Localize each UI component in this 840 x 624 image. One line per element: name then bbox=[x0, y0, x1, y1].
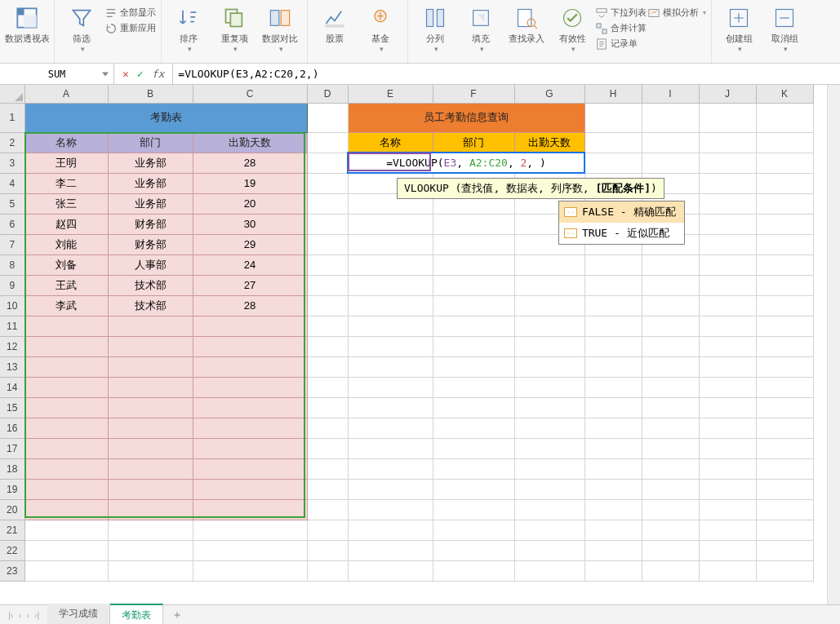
cell[interactable]: 19 bbox=[193, 173, 307, 193]
cell[interactable] bbox=[348, 377, 433, 397]
cell[interactable] bbox=[756, 520, 813, 540]
cell[interactable] bbox=[699, 560, 756, 581]
cell[interactable] bbox=[348, 458, 433, 479]
cell[interactable]: 李武 bbox=[24, 295, 108, 316]
cell[interactable] bbox=[699, 295, 756, 316]
cell[interactable] bbox=[193, 316, 307, 336]
cell[interactable] bbox=[24, 397, 108, 418]
cell[interactable] bbox=[584, 540, 642, 560]
cell[interactable] bbox=[642, 336, 699, 356]
consolidate-button[interactable]: 合并计算 bbox=[596, 22, 647, 34]
cell[interactable] bbox=[433, 540, 514, 560]
cell[interactable] bbox=[514, 418, 584, 438]
row-header[interactable]: 19 bbox=[0, 479, 24, 499]
cell[interactable] bbox=[348, 418, 433, 438]
cell[interactable] bbox=[433, 560, 514, 581]
cell[interactable] bbox=[756, 254, 813, 275]
cell[interactable] bbox=[433, 214, 514, 234]
fill-button[interactable]: 填充 bbox=[459, 3, 503, 53]
reapply-button[interactable]: 重新应用 bbox=[105, 22, 156, 34]
cell[interactable] bbox=[584, 153, 642, 173]
cell[interactable] bbox=[348, 234, 433, 254]
row-header[interactable]: 14 bbox=[0, 377, 24, 397]
cell[interactable] bbox=[514, 458, 584, 479]
cell[interactable]: 王武 bbox=[24, 275, 108, 295]
autocomplete-option[interactable]: ◦◦FALSE - 精确匹配 bbox=[559, 201, 684, 223]
row-header[interactable]: 9 bbox=[0, 275, 24, 295]
cell[interactable] bbox=[756, 438, 813, 458]
cell[interactable]: 业务部 bbox=[108, 153, 193, 173]
cell[interactable] bbox=[24, 479, 108, 499]
lookup-header[interactable]: 部门 bbox=[433, 132, 514, 153]
cell[interactable] bbox=[108, 560, 193, 581]
cell[interactable] bbox=[642, 103, 699, 132]
cell[interactable] bbox=[307, 316, 348, 336]
cell[interactable] bbox=[642, 132, 699, 153]
cell[interactable] bbox=[193, 479, 307, 499]
cell[interactable] bbox=[514, 397, 584, 418]
cell[interactable] bbox=[24, 356, 108, 377]
cell[interactable] bbox=[348, 479, 433, 499]
cell[interactable] bbox=[584, 356, 642, 377]
cell[interactable] bbox=[699, 499, 756, 520]
cell[interactable] bbox=[756, 397, 813, 418]
cell[interactable] bbox=[108, 336, 193, 356]
cell[interactable] bbox=[584, 560, 642, 581]
cell[interactable] bbox=[24, 438, 108, 458]
column-header[interactable]: I bbox=[642, 85, 699, 103]
cell[interactable] bbox=[642, 254, 699, 275]
tab-first-icon[interactable]: |‹ bbox=[8, 610, 14, 620]
row-header[interactable]: 8 bbox=[0, 254, 24, 275]
cell[interactable] bbox=[433, 234, 514, 254]
cell[interactable] bbox=[756, 234, 813, 254]
cell[interactable] bbox=[756, 316, 813, 336]
cell[interactable] bbox=[433, 438, 514, 458]
cell[interactable] bbox=[24, 499, 108, 520]
cell[interactable] bbox=[24, 560, 108, 581]
cell[interactable] bbox=[584, 438, 642, 458]
cell[interactable] bbox=[108, 418, 193, 438]
cell[interactable] bbox=[756, 132, 813, 153]
cell[interactable] bbox=[756, 418, 813, 438]
autocomplete-option[interactable]: ◦◦TRUE - 近似匹配 bbox=[559, 223, 684, 244]
cell[interactable] bbox=[514, 560, 584, 581]
cell[interactable] bbox=[756, 214, 813, 234]
column-header[interactable]: E bbox=[348, 85, 433, 103]
cell[interactable] bbox=[307, 153, 348, 173]
cell[interactable]: 赵四 bbox=[24, 214, 108, 234]
cell[interactable] bbox=[642, 275, 699, 295]
cell[interactable] bbox=[348, 560, 433, 581]
cell[interactable]: 人事部 bbox=[108, 254, 193, 275]
column-header[interactable]: C bbox=[193, 85, 307, 103]
cell[interactable] bbox=[642, 397, 699, 418]
column-header[interactable]: G bbox=[514, 85, 584, 103]
cell[interactable] bbox=[699, 316, 756, 336]
cell[interactable] bbox=[699, 458, 756, 479]
cell[interactable] bbox=[307, 418, 348, 438]
cell[interactable] bbox=[348, 438, 433, 458]
column-header[interactable]: D bbox=[307, 85, 348, 103]
cell[interactable] bbox=[699, 377, 756, 397]
cell[interactable] bbox=[307, 132, 348, 153]
cell[interactable] bbox=[307, 336, 348, 356]
cell[interactable] bbox=[699, 103, 756, 132]
cell[interactable] bbox=[307, 540, 348, 560]
cell[interactable] bbox=[307, 254, 348, 275]
cell[interactable] bbox=[642, 438, 699, 458]
row-header[interactable]: 16 bbox=[0, 418, 24, 438]
cell[interactable] bbox=[584, 295, 642, 316]
cell[interactable]: 财务部 bbox=[108, 234, 193, 254]
cell[interactable] bbox=[514, 499, 584, 520]
cell[interactable] bbox=[108, 356, 193, 377]
cell[interactable] bbox=[756, 499, 813, 520]
cancel-formula-button[interactable]: ✕ bbox=[122, 68, 129, 80]
cell[interactable] bbox=[433, 499, 514, 520]
cell[interactable] bbox=[307, 356, 348, 377]
cell[interactable]: 29 bbox=[193, 234, 307, 254]
cell[interactable] bbox=[108, 438, 193, 458]
cell[interactable]: 30 bbox=[193, 214, 307, 234]
add-sheet-button[interactable]: ＋ bbox=[163, 608, 191, 622]
row-header[interactable]: 23 bbox=[0, 560, 24, 581]
cell[interactable] bbox=[642, 540, 699, 560]
cell[interactable] bbox=[756, 173, 813, 193]
